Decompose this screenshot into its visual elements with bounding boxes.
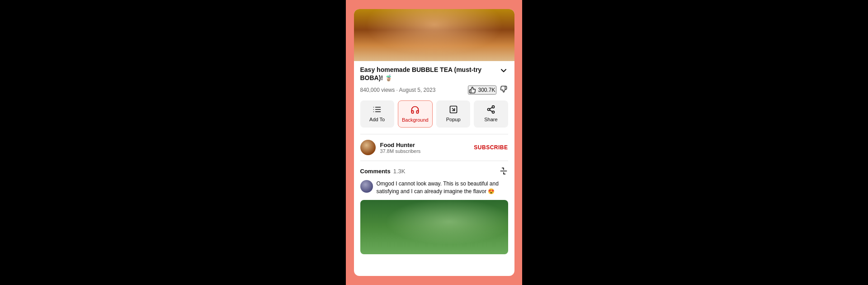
like-button[interactable]: 300.7K	[468, 86, 496, 95]
background-label: Background	[402, 117, 429, 123]
thumbs-up-icon	[469, 86, 476, 94]
upload-date: August 5, 2023	[399, 87, 436, 93]
channel-name: Food Hunter	[380, 142, 474, 148]
next-video-inner	[360, 200, 508, 254]
video-title-row: Easy homemade BUBBLE TEA (must-try BOBA)…	[360, 66, 508, 82]
add-to-label: Add To	[369, 117, 385, 122]
video-meta-text: 840,000 views · August 5, 2023	[360, 87, 436, 93]
share-label: Share	[484, 117, 497, 122]
add-to-icon	[373, 105, 382, 114]
action-buttons-row: Add To Background	[360, 100, 508, 128]
popup-label: Popup	[446, 117, 461, 122]
share-button[interactable]: Share	[474, 100, 508, 128]
comment-avatar	[360, 180, 373, 193]
channel-avatar	[360, 140, 376, 155]
view-count: 840,000 views	[360, 87, 395, 93]
comments-count: 1.3K	[393, 168, 406, 175]
comments-label: Comments	[360, 168, 391, 175]
divider-2	[360, 161, 508, 161]
comment-text: Omgod I cannot look away. This is so bea…	[377, 180, 508, 195]
channel-subscribers: 37.8M subscribers	[380, 148, 474, 154]
video-meta-row: 840,000 views · August 5, 2023 300.7K	[360, 85, 508, 95]
phone-wrapper: Easy homemade BUBBLE TEA (must-try BOBA)…	[346, 0, 522, 285]
phone-screen: Easy homemade BUBBLE TEA (must-try BOBA)…	[354, 9, 514, 276]
chevron-down-icon[interactable]	[499, 66, 508, 75]
comments-label-group: Comments 1.3K	[360, 168, 406, 175]
popup-button[interactable]: Popup	[436, 100, 470, 128]
add-to-button[interactable]: Add To	[360, 100, 394, 128]
thumbs-down-icon	[500, 86, 507, 93]
like-dislike-row: 300.7K	[468, 85, 508, 95]
video-title: Easy homemade BUBBLE TEA (must-try BOBA)…	[360, 66, 496, 82]
channel-info: Food Hunter 37.8M subscribers	[380, 142, 474, 154]
video-thumbnail-inner	[354, 9, 514, 61]
dislike-button[interactable]	[499, 85, 508, 95]
svg-line-11	[490, 108, 492, 109]
popup-icon	[449, 105, 458, 114]
background-button[interactable]: Background	[398, 100, 433, 128]
channel-avatar-inner	[360, 140, 376, 155]
divider-1	[360, 134, 508, 134]
next-video-thumbnail[interactable]	[360, 200, 508, 254]
comments-row: Comments 1.3K	[360, 166, 508, 176]
share-icon	[486, 105, 495, 114]
channel-row: Food Hunter 37.8M subscribers SUBSCRIBE	[360, 140, 508, 155]
sort-icon[interactable]	[499, 166, 508, 176]
video-content-area: Easy homemade BUBBLE TEA (must-try BOBA)…	[354, 61, 514, 276]
comment-item: Omgod I cannot look away. This is so bea…	[360, 180, 508, 195]
video-thumbnail[interactable]	[354, 9, 514, 61]
svg-line-10	[490, 110, 492, 112]
headphones-icon	[410, 105, 420, 114]
like-count: 300.7K	[478, 87, 495, 93]
subscribe-button[interactable]: SUBSCRIBE	[474, 144, 508, 151]
